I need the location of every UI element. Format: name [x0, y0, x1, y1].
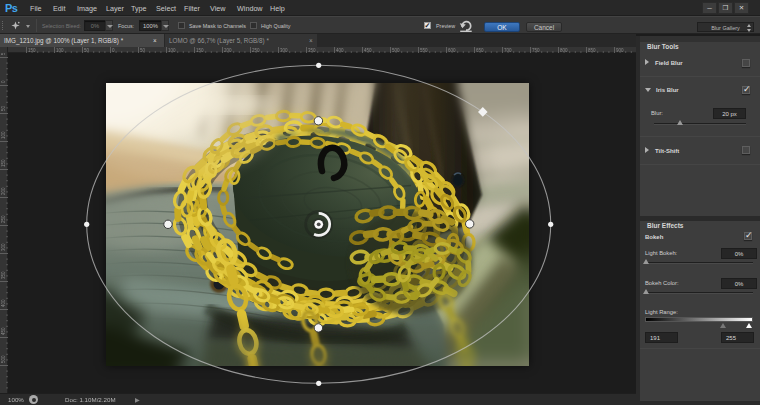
svg-text:300: 300 — [1, 243, 6, 251]
svg-text:50: 50 — [1, 53, 6, 55]
svg-text:50: 50 — [140, 48, 146, 53]
svg-text:0: 0 — [1, 80, 6, 83]
svg-text:150: 150 — [1, 159, 6, 167]
svg-text:450: 450 — [1, 327, 6, 335]
svg-text:200: 200 — [1, 187, 6, 195]
svg-text:350: 350 — [1, 271, 6, 279]
svg-text:100: 100 — [1, 131, 6, 139]
svg-text:50: 50 — [84, 48, 90, 53]
svg-text:500: 500 — [1, 355, 6, 363]
svg-text:50: 50 — [1, 105, 6, 111]
svg-text:250: 250 — [1, 215, 6, 223]
svg-text:400: 400 — [1, 299, 6, 307]
svg-text:0: 0 — [112, 48, 115, 53]
